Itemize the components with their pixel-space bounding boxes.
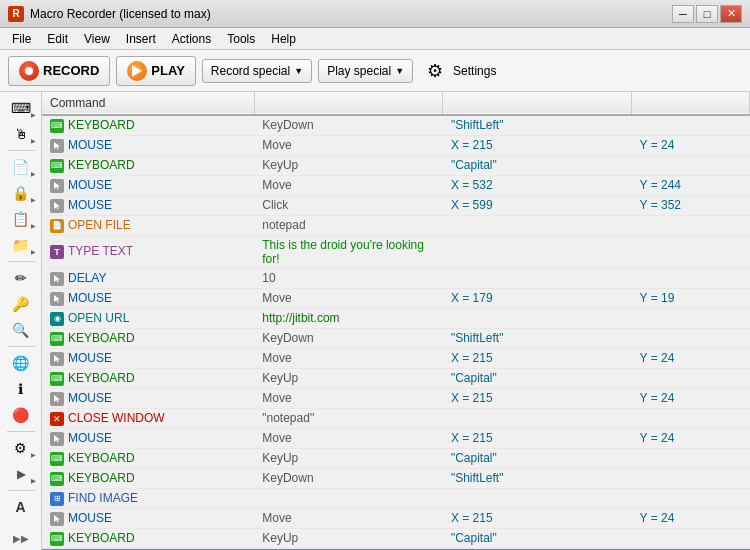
sidebar-web[interactable]: 🌐: [5, 351, 37, 375]
table-row[interactable]: MOUSEMoveX = 179Y = 19: [42, 288, 750, 308]
param2-cell: [632, 468, 750, 488]
cmd-name: OPEN URL: [68, 311, 129, 325]
table-area[interactable]: Command ⌨KEYBOARDKeyDown"ShiftLeft"MOUSE…: [42, 92, 750, 550]
col-header-param2: [632, 92, 750, 115]
sidebar-keyboard[interactable]: ⌨: [5, 96, 37, 120]
table-row[interactable]: ⌨KEYBOARDKeyUp"Capital": [42, 368, 750, 388]
table-row[interactable]: ⌨KEYBOARDKeyDown"ShiftLeft": [42, 115, 750, 135]
play-special-label: Play special: [327, 64, 391, 78]
param2-cell: [632, 115, 750, 135]
cmd-name: KEYBOARD: [68, 158, 135, 172]
cmd-icon: [50, 392, 64, 406]
cmd-icon: ⌨: [50, 472, 64, 486]
cmd-name: CLOSE WINDOW: [68, 411, 165, 425]
cmd-cell: TTYPE TEXT: [42, 235, 254, 268]
sidebar-settings[interactable]: ⚙: [5, 436, 37, 460]
sidebar-mouse[interactable]: 🖱: [5, 122, 37, 146]
table-row[interactable]: MOUSEMoveX = 215Y = 24: [42, 388, 750, 408]
table-row[interactable]: ⌨KEYBOARDKeyUp"Capital": [42, 155, 750, 175]
action-cell: Move: [254, 348, 443, 368]
cmd-name: DELAY: [68, 271, 106, 285]
param1-cell: "Capital": [443, 448, 632, 468]
close-button[interactable]: ✕: [720, 5, 742, 23]
cmd-cell: ⌨KEYBOARD: [42, 155, 254, 175]
action-cell: KeyUp: [254, 528, 443, 548]
table-row[interactable]: ◉OPEN URLhttp://jitbit.com: [42, 308, 750, 328]
table-row[interactable]: ⊞FIND IMAGE: [42, 488, 750, 508]
window-controls: ─ □ ✕: [672, 5, 742, 23]
table-row[interactable]: MOUSEClickX = 599Y = 352: [42, 195, 750, 215]
action-cell: Click: [254, 195, 443, 215]
param2-cell: Y = 19: [632, 288, 750, 308]
param1-cell: X = 179: [443, 288, 632, 308]
cmd-cell: MOUSE: [42, 195, 254, 215]
param2-cell: [632, 235, 750, 268]
action-cell: "notepad": [254, 408, 443, 428]
menu-help[interactable]: Help: [263, 30, 304, 48]
settings-button[interactable]: ⚙ Settings: [419, 56, 504, 86]
maximize-button[interactable]: □: [696, 5, 718, 23]
cmd-cell: ⌨KEYBOARD: [42, 448, 254, 468]
menu-actions[interactable]: Actions: [164, 30, 219, 48]
table-row[interactable]: MOUSEMoveX = 215Y = 24: [42, 428, 750, 448]
action-cell: KeyUp: [254, 368, 443, 388]
cmd-icon: ⌨: [50, 159, 64, 173]
sidebar-sep2: [7, 261, 35, 262]
table-row[interactable]: TTYPE TEXTThis is the droid you're looki…: [42, 235, 750, 268]
cmd-icon: ✕: [50, 412, 64, 426]
sidebar-clipboard[interactable]: 📋: [5, 207, 37, 231]
table-row[interactable]: ⌨KEYBOARDKeyUp"Capital": [42, 528, 750, 548]
table-row[interactable]: ⌨KEYBOARDKeyUp"Capital": [42, 448, 750, 468]
sidebar-info[interactable]: ℹ: [5, 377, 37, 401]
param1-cell: [443, 235, 632, 268]
table-row[interactable]: ✕CLOSE WINDOW"notepad": [42, 408, 750, 428]
window-title: Macro Recorder (licensed to max): [30, 7, 672, 21]
param2-cell: Y = 24: [632, 428, 750, 448]
action-cell: Move: [254, 288, 443, 308]
sidebar-run[interactable]: ▶: [5, 462, 37, 486]
menu-insert[interactable]: Insert: [118, 30, 164, 48]
param2-cell: [632, 528, 750, 548]
table-row[interactable]: MOUSEMoveX = 215Y = 24: [42, 135, 750, 155]
param1-cell: [443, 408, 632, 428]
menu-file[interactable]: File: [4, 30, 39, 48]
menu-tools[interactable]: Tools: [219, 30, 263, 48]
cmd-cell: ⊞FIND IMAGE: [42, 488, 254, 508]
play-button[interactable]: PLAY: [116, 56, 195, 86]
sidebar-text[interactable]: ✏: [5, 266, 37, 290]
table-row[interactable]: ⌨KEYBOARDKeyDown"ShiftLeft": [42, 468, 750, 488]
table-row[interactable]: ⌨KEYBOARDKeyDown"ShiftLeft": [42, 328, 750, 348]
menu-edit[interactable]: Edit: [39, 30, 76, 48]
app-icon: R: [8, 6, 24, 22]
cmd-name: MOUSE: [68, 431, 112, 445]
param1-cell: "Capital": [443, 368, 632, 388]
sidebar-lock[interactable]: 🔒: [5, 181, 37, 205]
table-row[interactable]: MOUSEMoveX = 532Y = 244: [42, 175, 750, 195]
sidebar-find[interactable]: 🔍: [5, 318, 37, 342]
table-row[interactable]: 📄OPEN FILEnotepad: [42, 215, 750, 235]
sidebar-record[interactable]: 🔴: [5, 403, 37, 427]
cmd-cell: 📄OPEN FILE: [42, 215, 254, 235]
table-row[interactable]: DELAY10: [42, 268, 750, 288]
table-row[interactable]: MOUSEMoveX = 215Y = 24: [42, 348, 750, 368]
col-header-command: Command: [42, 92, 254, 115]
sidebar-folder[interactable]: 📁: [5, 233, 37, 257]
menu-view[interactable]: View: [76, 30, 118, 48]
table-row[interactable]: MOUSEMoveX = 215Y = 24: [42, 508, 750, 528]
sidebar: ⌨ 🖱 📄 🔒 📋 📁 ✏ 🔑 🔍 🌐 ℹ 🔴 ⚙ ▶ A ▶▶: [0, 92, 42, 550]
play-special-button[interactable]: Play special ▼: [318, 59, 413, 83]
param2-cell: [632, 328, 750, 348]
param2-cell: Y = 24: [632, 508, 750, 528]
sidebar-expand[interactable]: ▶▶: [5, 530, 37, 546]
record-button[interactable]: RECORD: [8, 56, 110, 86]
record-special-button[interactable]: Record special ▼: [202, 59, 312, 83]
play-triangle: [132, 65, 142, 77]
sidebar-text2[interactable]: A: [5, 495, 37, 519]
minimize-button[interactable]: ─: [672, 5, 694, 23]
param2-cell: Y = 244: [632, 175, 750, 195]
action-cell: This is the droid you're looking for!: [254, 235, 443, 268]
sidebar-file[interactable]: 📄: [5, 155, 37, 179]
cmd-icon: ◉: [50, 312, 64, 326]
sidebar-key[interactable]: 🔑: [5, 292, 37, 316]
param2-cell: Y = 24: [632, 388, 750, 408]
